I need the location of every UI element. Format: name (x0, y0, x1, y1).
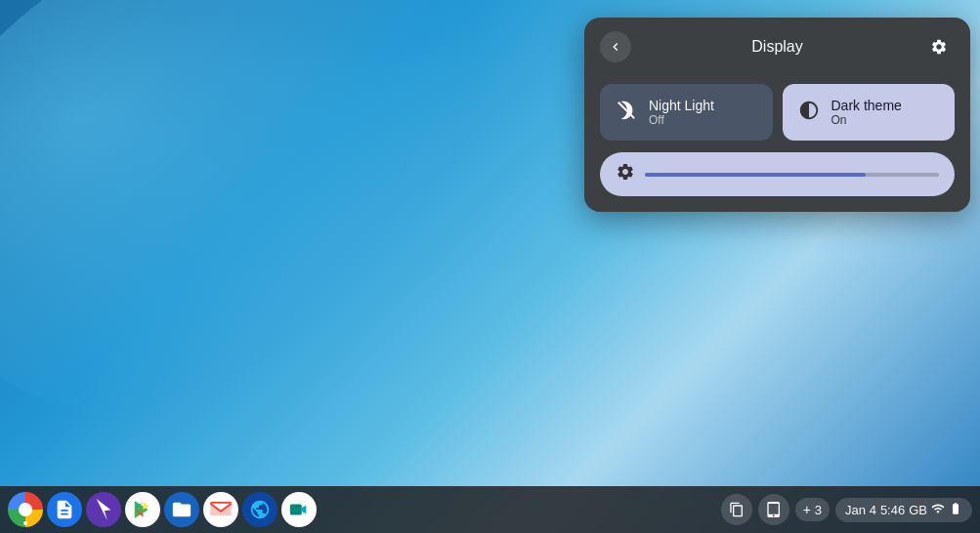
storage-display: GB (909, 503, 927, 517)
night-light-icon (616, 100, 637, 126)
brightness-row[interactable] (600, 152, 955, 196)
dark-theme-title: Dark theme (831, 98, 902, 113)
taskbar-tray: + 3 Jan 4 5:46 GB (721, 494, 972, 525)
panel-title: Display (631, 38, 923, 56)
date-display: Jan 4 (845, 503, 876, 517)
time-display: 5:46 (880, 503, 905, 517)
back-button[interactable] (600, 31, 631, 62)
earth-icon (249, 499, 271, 520)
taskbar-app-play[interactable] (125, 492, 160, 527)
taskbar-app-files[interactable] (164, 492, 199, 527)
taskbar: + 3 Jan 4 5:46 GB (0, 486, 980, 533)
night-light-card[interactable]: Night Light Off (600, 84, 773, 141)
night-light-text: Night Light Off (649, 98, 714, 127)
panel-content: Night Light Off Dark theme On (584, 76, 970, 212)
status-cluster[interactable]: Jan 4 5:46 GB (835, 498, 972, 522)
clipboard-tray-icon[interactable] (721, 494, 752, 525)
desktop-wallpaper: Display Night Light (0, 0, 980, 533)
toggle-row: Night Light Off Dark theme On (600, 84, 955, 141)
dark-theme-subtitle: On (831, 113, 902, 127)
night-light-title: Night Light (649, 98, 714, 113)
badge-count: 3 (815, 503, 822, 517)
svg-rect-2 (290, 505, 302, 515)
dark-theme-icon (798, 100, 820, 126)
dark-theme-text: Dark theme On (831, 98, 902, 127)
play-store-icon (132, 499, 153, 520)
svg-rect-1 (210, 502, 231, 504)
taskbar-app-earth[interactable] (242, 492, 277, 527)
taskbar-app-meet[interactable] (281, 492, 317, 527)
taskbar-app-docs[interactable] (47, 492, 82, 527)
taskbar-app-cursor[interactable] (86, 492, 121, 527)
meet-icon (288, 499, 310, 520)
files-icon (171, 499, 192, 520)
brightness-slider[interactable] (645, 173, 939, 177)
gmail-icon (210, 502, 232, 517)
dark-theme-card[interactable]: Dark theme On (783, 84, 956, 141)
plus-icon: + (803, 502, 811, 517)
panel-header: Display (584, 18, 970, 76)
night-light-subtitle: Off (649, 113, 714, 127)
cursor-icon (93, 499, 114, 520)
display-panel: Display Night Light (584, 18, 970, 212)
notification-badge[interactable]: + 3 (795, 498, 830, 521)
brightness-fill (645, 173, 866, 177)
docs-icon (54, 499, 75, 520)
settings-button[interactable] (923, 31, 955, 62)
brightness-icon (616, 162, 635, 186)
battery-icon (949, 502, 962, 518)
taskbar-app-chrome[interactable] (8, 492, 43, 527)
taskbar-app-gmail[interactable] (203, 492, 238, 527)
wifi-icon (931, 502, 945, 518)
taskbar-apps (8, 492, 317, 527)
tablet-tray-icon[interactable] (758, 494, 789, 525)
